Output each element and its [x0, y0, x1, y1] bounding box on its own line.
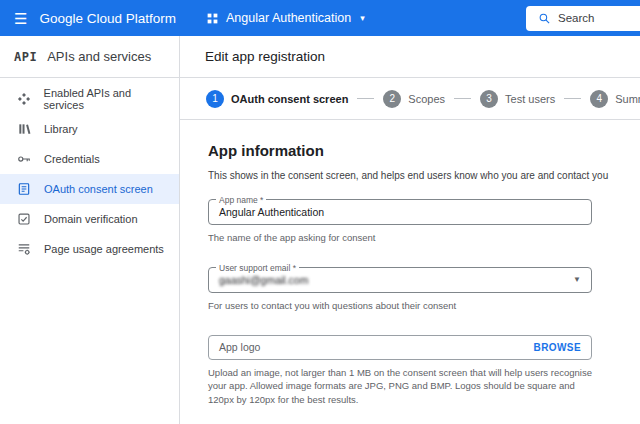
sidebar-item-enabled-apis[interactable]: Enabled APIs and services	[0, 84, 179, 114]
step-separator	[454, 98, 471, 99]
user-support-email-label: User support email *	[216, 263, 299, 273]
app-logo-placeholder: App logo	[219, 341, 260, 353]
app-logo-helper: Upload an image, not larger than 1 MB on…	[208, 366, 598, 407]
app-name-value: Angular Authentication	[219, 206, 324, 218]
step-number: 2	[383, 90, 401, 108]
sidebar-item-label: Library	[44, 123, 78, 135]
domain-verification-icon	[16, 212, 32, 226]
search-icon	[538, 12, 551, 25]
app-name-helper: The name of the app asking for consent	[208, 231, 598, 245]
sidebar-item-label: Credentials	[44, 153, 100, 165]
step-label: Summary	[615, 93, 640, 105]
sidebar-title: APIs and services	[47, 49, 151, 64]
sidebar-item-credentials[interactable]: Credentials	[0, 144, 179, 174]
browse-button[interactable]: BROWSE	[534, 342, 581, 353]
dropdown-arrow-icon[interactable]: ▼	[573, 275, 581, 284]
project-name: Angular Authentication	[226, 11, 351, 25]
project-icon	[206, 12, 219, 25]
user-support-email-field[interactable]: User support email * gaashi@gmail.com ▼	[208, 267, 592, 293]
step-number: 3	[480, 90, 498, 108]
step-scopes[interactable]: 2 Scopes	[383, 90, 445, 108]
main-content: Edit app registration 1 OAuth consent sc…	[180, 36, 640, 424]
sidebar-item-label: OAuth consent screen	[44, 183, 153, 195]
stepper: 1 OAuth consent screen 2 Scopes 3 Test u…	[180, 78, 640, 120]
app-name-label: App name *	[216, 195, 266, 205]
sidebar-item-library[interactable]: Library	[0, 114, 179, 144]
sidebar-item-label: Page usage agreements	[44, 243, 164, 255]
step-test-users[interactable]: 3 Test users	[480, 90, 555, 108]
step-summary[interactable]: 4 Summary	[590, 90, 640, 108]
app-name-field[interactable]: App name * Angular Authentication	[208, 199, 592, 225]
search-label: Search	[558, 12, 594, 24]
project-selector[interactable]: Angular Authentication ▾	[206, 11, 365, 25]
step-separator	[564, 98, 581, 99]
page-usage-agreements-icon	[16, 242, 32, 256]
library-icon	[16, 122, 32, 136]
api-logo-icon: API	[14, 50, 37, 64]
credentials-icon	[16, 152, 32, 166]
step-label: Test users	[505, 93, 555, 105]
sidebar-item-page-usage-agreements[interactable]: Page usage agreements	[0, 234, 179, 264]
section-title: App information	[208, 142, 612, 159]
sidebar-item-label: Domain verification	[44, 213, 138, 225]
enabled-apis-icon	[16, 92, 32, 106]
section-description: This shows in the consent screen, and he…	[208, 169, 612, 183]
sidebar-nav: Enabled APIs and services Library Creden…	[0, 78, 179, 264]
step-number: 1	[206, 90, 224, 108]
page-title: Edit app registration	[180, 36, 640, 78]
user-support-email-value: gaashi@gmail.com	[219, 274, 308, 286]
app-logo-field[interactable]: App logo BROWSE	[208, 335, 592, 360]
user-support-email-helper: For users to contact you with questions …	[208, 299, 598, 313]
step-oauth-consent-screen[interactable]: 1 OAuth consent screen	[206, 90, 348, 108]
hamburger-menu-icon[interactable]: ☰	[14, 11, 27, 26]
step-label: Scopes	[408, 93, 445, 105]
sidebar-item-domain-verification[interactable]: Domain verification	[0, 204, 179, 234]
oauth-consent-icon	[16, 182, 32, 196]
step-label: OAuth consent screen	[231, 93, 348, 105]
app-information-form: App information This shows in the consen…	[180, 120, 640, 407]
sidebar-item-oauth-consent-screen[interactable]: OAuth consent screen	[0, 174, 179, 204]
top-bar: ☰ Google Cloud Platform Angular Authenti…	[0, 0, 640, 36]
step-number: 4	[590, 90, 608, 108]
chevron-down-icon: ▾	[360, 13, 365, 23]
search-box[interactable]: Search	[526, 6, 640, 31]
sidebar-header: API APIs and services	[0, 36, 179, 78]
sidebar: API APIs and services Enabled APIs and s…	[0, 36, 180, 424]
sidebar-item-label: Enabled APIs and services	[44, 87, 171, 111]
step-separator	[357, 98, 374, 99]
brand-title: Google Cloud Platform	[39, 11, 176, 26]
